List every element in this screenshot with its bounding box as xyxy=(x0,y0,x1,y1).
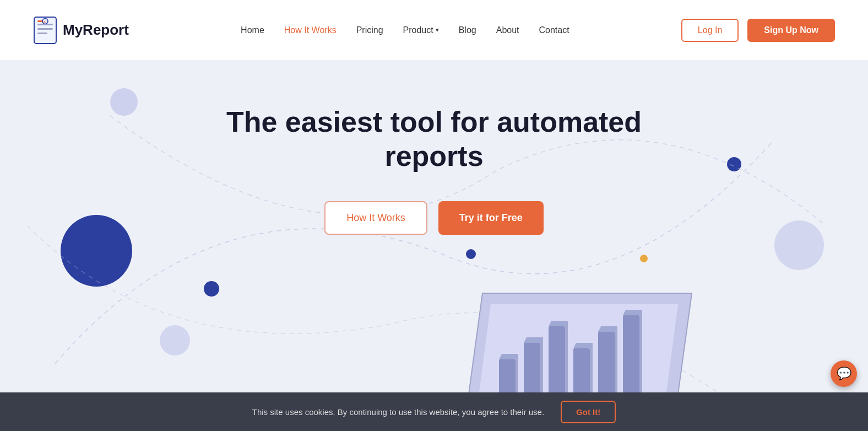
svg-marker-12 xyxy=(524,337,543,343)
chat-bubble[interactable]: 💬 xyxy=(831,360,857,387)
logo-text: MyReport xyxy=(63,21,129,39)
login-button[interactable]: Log In xyxy=(681,19,739,42)
header: a MyReport Home How It Works Pricing Pro… xyxy=(0,0,868,61)
deco-circle-4 xyxy=(160,325,190,355)
nav-pricing[interactable]: Pricing xyxy=(356,25,383,35)
svg-marker-16 xyxy=(573,343,593,348)
hero-title: The easiest tool for automated reports xyxy=(214,105,654,174)
signup-button[interactable]: Sign Up Now xyxy=(747,19,835,42)
got-it-button[interactable]: Got It! xyxy=(561,401,616,423)
deco-circle-2 xyxy=(61,215,132,287)
svg-text:a: a xyxy=(44,20,46,24)
deco-circle-6 xyxy=(774,220,824,270)
svg-rect-19 xyxy=(623,315,639,403)
header-buttons: Log In Sign Up Now xyxy=(681,19,835,42)
chevron-down-icon: ▾ xyxy=(436,26,439,34)
how-it-works-button[interactable]: How It Works xyxy=(324,201,427,235)
deco-circle-3 xyxy=(204,281,219,297)
cookie-bar: This site uses cookies. By continuing to… xyxy=(0,392,868,431)
main-nav: Home How It Works Pricing Product ▾ Blog… xyxy=(241,25,569,35)
logo-icon: a xyxy=(33,16,57,45)
svg-marker-10 xyxy=(499,354,518,359)
nav-about[interactable]: About xyxy=(496,25,519,35)
nav-how-it-works[interactable]: How It Works xyxy=(284,25,337,35)
svg-rect-2 xyxy=(37,28,53,30)
chat-icon: 💬 xyxy=(837,367,851,381)
logo-area[interactable]: a MyReport xyxy=(33,16,129,45)
svg-rect-3 xyxy=(37,33,47,34)
svg-marker-14 xyxy=(549,321,568,326)
svg-marker-18 xyxy=(598,326,617,332)
deco-circle-5 xyxy=(727,157,741,171)
nav-home[interactable]: Home xyxy=(241,25,264,35)
cookie-message: This site uses cookies. By continuing to… xyxy=(252,407,544,417)
svg-marker-20 xyxy=(623,310,642,315)
deco-circle-1 xyxy=(110,88,138,116)
nav-product[interactable]: Product ▾ xyxy=(403,25,439,35)
nav-blog[interactable]: Blog xyxy=(459,25,476,35)
hero-section: The easiest tool for automated reports H… xyxy=(0,61,868,431)
nav-contact[interactable]: Contact xyxy=(539,25,569,35)
svg-rect-13 xyxy=(549,326,565,403)
